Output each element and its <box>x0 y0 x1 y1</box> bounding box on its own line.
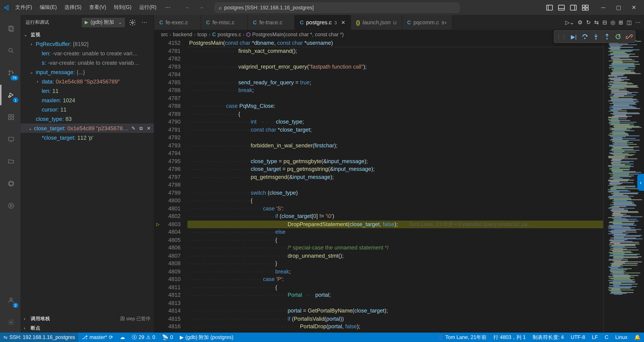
activity-search-icon[interactable] <box>0 40 21 61</box>
edit-icon[interactable]: ✎ <box>130 125 137 132</box>
sb-remote[interactable]: ⇋ SSH: 192.168.1.16_postgres <box>0 332 78 342</box>
drag-handle-icon[interactable]: ⋮⋮ <box>555 33 568 40</box>
watch-row[interactable]: cursor: 11 <box>20 105 154 114</box>
diff-icon[interactable]: ⇆ <box>594 19 599 26</box>
editor-tab[interactable]: Cfe-misc.c <box>201 15 248 30</box>
layout-panel-bottom-icon[interactable] <box>557 3 566 12</box>
activity-remote-icon[interactable] <box>0 129 21 150</box>
code-content[interactable]: PostgresMain(const char *dbname, const c… <box>188 39 603 332</box>
sb-eol[interactable]: LF <box>588 332 601 342</box>
menu-item[interactable]: 编辑(E) <box>36 2 60 13</box>
debug-config-selector[interactable]: ▶ (gdb) 附加 ⌄ <box>82 18 125 27</box>
sb-encoding[interactable]: UTF-8 <box>567 332 588 342</box>
menu-item[interactable]: 转到(G) <box>110 2 135 13</box>
sb-tabsize[interactable]: 制表符长度: 4 <box>529 332 567 342</box>
step-out-icon[interactable] <box>602 32 612 42</box>
activity-explorer-icon[interactable] <box>0 18 21 39</box>
breadcrumb-item[interactable]: tcop <box>198 32 207 38</box>
sb-cloud[interactable]: ☁ <box>116 332 128 342</box>
activity-scm-icon[interactable]: 76 <box>0 62 21 83</box>
callstack-section-header[interactable]: › 调用堆栈 因 step 已暂停 <box>20 314 154 323</box>
layout-panel-right-icon[interactable] <box>569 3 578 12</box>
editor-tab[interactable]: Cpqcomm.c9+ <box>402 15 452 30</box>
sb-lang[interactable]: C <box>602 332 612 342</box>
watch-row[interactable]: len: -var-create: unable to create vari… <box>20 48 154 58</box>
activity-github-icon[interactable] <box>0 173 21 194</box>
activity-account-icon[interactable]: 2 <box>0 290 21 310</box>
menu-item[interactable]: 选择(S) <box>61 2 85 13</box>
run-dropdown-icon[interactable]: ▷⌄ <box>565 19 574 26</box>
sb-branch[interactable]: ⎇ master* ⟳ <box>78 332 116 342</box>
layout-customize-icon[interactable] <box>581 3 590 12</box>
editor-tab[interactable]: Cfe-trace.c <box>248 15 295 30</box>
restart-icon[interactable] <box>613 32 623 42</box>
menu-item[interactable]: 查看(V) <box>86 2 110 13</box>
activity-settings-icon[interactable] <box>0 312 21 332</box>
watch-row[interactable]: s: -var-create: unable to create variab… <box>20 58 154 67</box>
breadcrumb-item[interactable]: backend <box>173 32 192 38</box>
debug-toolbar: ⋮⋮ ▶| <box>554 30 636 43</box>
copy-icon[interactable]: ⧉ <box>138 125 144 132</box>
activity-debug-icon[interactable]: 1 <box>0 85 21 105</box>
step-over-icon[interactable] <box>580 32 590 42</box>
close-icon[interactable]: ✕ <box>341 20 345 26</box>
gear-icon[interactable] <box>128 18 137 27</box>
editor-tab[interactable]: Cpostgres.c3✕ <box>295 15 351 30</box>
target-icon[interactable]: ◎ <box>610 19 615 26</box>
watch-row[interactable]: ⌄close_target: 0x1e54c89 "p2345678…✎⧉✕ <box>20 124 154 133</box>
editor-tab[interactable]: Cfe-exec.c <box>154 15 201 30</box>
ellipsis-icon[interactable]: ⋯ <box>635 19 641 26</box>
split-horizontal-icon[interactable]: ⊟ <box>602 19 607 26</box>
sb-notifications-icon[interactable]: 🔔 <box>631 332 644 342</box>
sb-debug-status[interactable]: ▶ (gdb) 附加 (postgres) <box>176 332 237 342</box>
continue-icon[interactable]: ▶| <box>569 32 579 42</box>
symbol-function-icon: ⬡ <box>246 32 250 38</box>
command-center[interactable]: ⌕ postgres [SSH: 192.168.1.16_postgres] <box>215 2 460 12</box>
sb-ports[interactable]: 📡0 <box>159 332 176 342</box>
watch-row[interactable]: maxlen: 1024 <box>20 96 154 105</box>
activity-extensions-icon[interactable] <box>0 107 21 128</box>
step-into-icon[interactable] <box>591 32 601 42</box>
layout-panel-left-icon[interactable] <box>545 3 554 12</box>
activity-folder-icon[interactable] <box>0 151 21 172</box>
watch-row[interactable]: ›PqRecvBuffer: [8192] <box>20 39 154 48</box>
svg-rect-7 <box>586 5 588 7</box>
ai-toggle-icon[interactable]: ‹ <box>637 174 644 191</box>
sb-problems[interactable]: ⓧ29 ⚠0 <box>128 332 159 342</box>
disconnect-icon[interactable] <box>624 32 634 42</box>
watch-row[interactable]: ⌄input_message: {...} <box>20 67 154 76</box>
glyph-margin[interactable]: ▷ <box>154 39 162 332</box>
menu-item[interactable]: 文件(F) <box>12 2 36 13</box>
gear-icon[interactable]: ⚙ <box>578 19 582 26</box>
sb-cursor[interactable]: 行 4803，列 1 <box>490 332 529 342</box>
activity-play-icon[interactable] <box>0 196 21 216</box>
menu-item[interactable]: 运行(R) <box>136 2 160 13</box>
editor-body[interactable]: ▷ 41524781478247834784478547864787478847… <box>154 39 644 332</box>
sb-os[interactable]: Linux <box>612 332 631 342</box>
chevron-right-icon: › <box>24 326 29 330</box>
tab-name: fe-misc.c <box>212 19 234 26</box>
ellipsis-icon[interactable]: ⋯ <box>140 18 149 27</box>
expand-icon[interactable]: ⊞ <box>618 19 623 26</box>
watch-row[interactable]: ›data: 0x1e54c88 "Sp23456789" <box>20 76 154 86</box>
sb-blame[interactable]: 👤 Tom Lane, 21年前 <box>434 332 490 342</box>
watch-section-header[interactable]: ⌄ 监视 <box>20 30 154 39</box>
breadcrumb-item[interactable]: Cpostgres.c <box>212 32 241 38</box>
watch-row[interactable]: *close_target: 112 'p' <box>20 133 154 142</box>
watch-row[interactable]: close_type: 83 <box>20 114 154 124</box>
svg-point-28 <box>132 22 133 23</box>
minimize-icon[interactable]: ─ <box>596 2 610 12</box>
split-icon[interactable]: ◫ <box>626 19 632 26</box>
watch-row[interactable]: len: 11 <box>20 86 154 96</box>
breakpoints-section-header[interactable]: › 断点 <box>20 323 154 332</box>
nav-back-icon[interactable]: ← <box>182 2 193 12</box>
history-icon[interactable]: ↻ <box>586 19 591 26</box>
breadcrumb-item[interactable]: src <box>161 32 168 38</box>
close-icon[interactable]: ✕ <box>627 2 641 12</box>
editor-tab[interactable]: {}launch.jsonU <box>351 15 402 30</box>
nav-forward-icon[interactable]: → <box>196 2 206 12</box>
menu-overflow-icon[interactable]: ⋯ <box>162 2 174 12</box>
breadcrumb-item[interactable]: ⬡PostgresMain(const char *, const char *… <box>246 32 344 38</box>
maximize-icon[interactable]: ▢ <box>612 2 625 12</box>
remove-icon[interactable]: ✕ <box>145 125 152 132</box>
